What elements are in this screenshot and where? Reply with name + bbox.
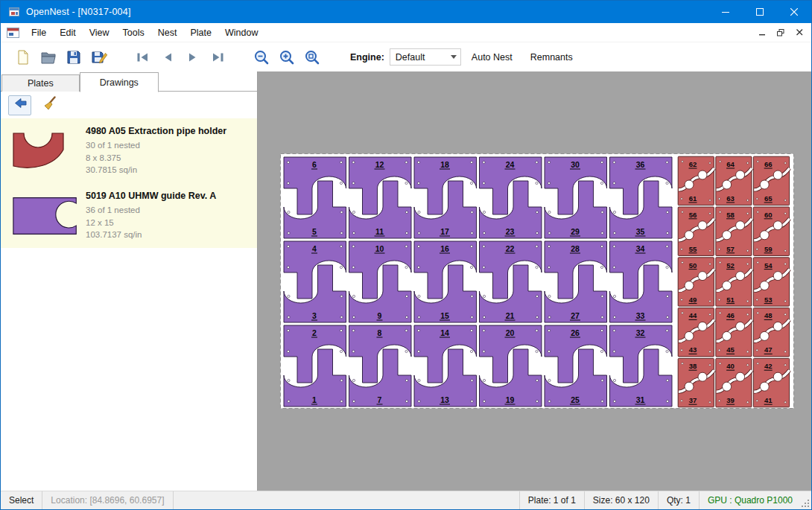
new-button[interactable]: [10, 45, 36, 69]
go-first-button[interactable]: [130, 45, 155, 69]
zoom-in-button[interactable]: [274, 45, 299, 69]
red-part-pair[interactable]: 5453: [753, 258, 789, 306]
nest-plate[interactable]: 6512111817242330293635431091615222128273…: [280, 153, 794, 409]
svg-text:18: 18: [440, 160, 449, 169]
window-controls: [708, 1, 811, 23]
svg-text:51: 51: [726, 296, 735, 304]
auto-nest-button[interactable]: Auto Nest: [464, 46, 520, 68]
menu-view[interactable]: View: [83, 23, 116, 42]
drawing-1-name: 4980 A05 Extraction pipe holder: [86, 126, 226, 136]
go-previous-button[interactable]: [155, 45, 180, 69]
svg-text:30: 30: [571, 160, 580, 169]
svg-text:63: 63: [726, 194, 735, 203]
svg-text:24: 24: [506, 160, 515, 169]
menu-file[interactable]: File: [25, 23, 53, 42]
menu-edit[interactable]: Edit: [53, 23, 83, 42]
nest-plate-svg: 6512111817242330293635431091615222128273…: [280, 153, 794, 409]
svg-text:32: 32: [636, 328, 645, 337]
drawing-1-size: 8 x 8.375: [86, 152, 226, 165]
status-size: Size: 60 x 120: [584, 491, 658, 509]
svg-text:29: 29: [571, 227, 580, 236]
svg-text:2: 2: [312, 328, 317, 337]
svg-text:52: 52: [726, 261, 735, 270]
engine-label: Engine:: [350, 52, 384, 63]
svg-text:6: 6: [312, 160, 317, 169]
red-part-pair[interactable]: 6463: [716, 156, 752, 205]
list-item-drawing-1[interactable]: 4980 A05 Extraction pipe holder 30 of 1 …: [1, 118, 257, 183]
svg-text:4: 4: [312, 244, 317, 253]
svg-text:11: 11: [375, 227, 384, 236]
tab-drawings[interactable]: Drawings: [80, 72, 159, 92]
zoom-out-button[interactable]: [249, 45, 274, 69]
svg-text:5: 5: [312, 227, 317, 236]
mdi-restore-button[interactable]: [773, 25, 789, 39]
red-part-pair[interactable]: 4443: [678, 308, 714, 357]
svg-text:15: 15: [440, 311, 449, 320]
red-part-pair[interactable]: 3837: [678, 358, 714, 407]
red-part-pair[interactable]: 6665: [753, 156, 789, 205]
list-item-drawing-2[interactable]: 5019 A10 UHMW guide Rev. A 36 of 1 neste…: [1, 183, 257, 248]
svg-text:39: 39: [726, 396, 735, 404]
resize-grip[interactable]: [801, 491, 811, 509]
mdi-minimize-button[interactable]: [754, 25, 770, 39]
red-part-pair[interactable]: 5655: [678, 207, 714, 255]
import-drawing-button[interactable]: [8, 95, 31, 115]
menubar: File Edit View Tools Nest Plate Window: [1, 23, 811, 42]
red-part-pair[interactable]: 4847: [753, 308, 789, 357]
status-mode: Select: [1, 491, 42, 509]
open-button[interactable]: [36, 45, 61, 69]
red-part-pair[interactable]: 4645: [716, 308, 752, 357]
menu-tools[interactable]: Tools: [116, 23, 151, 42]
close-button[interactable]: [777, 1, 811, 23]
red-part-pair[interactable]: 6261: [678, 156, 714, 205]
menu-plate[interactable]: Plate: [183, 23, 218, 42]
go-next-button[interactable]: [180, 45, 206, 69]
svg-text:60: 60: [764, 211, 773, 219]
toolbar: Engine: Default Auto Nest Remnants: [1, 42, 811, 71]
nest-canvas[interactable]: 6512111817242330293635431091615222128273…: [258, 71, 811, 491]
svg-text:42: 42: [764, 362, 773, 370]
svg-text:14: 14: [440, 328, 449, 337]
clean-button[interactable]: [38, 95, 61, 115]
drawing-1-thumbnail: [10, 124, 83, 178]
drawing-1-area: 30.7815 sq/in: [86, 164, 226, 176]
red-part-pair[interactable]: 6059: [753, 207, 789, 255]
import-arrow-icon: [12, 96, 28, 114]
red-part-pair[interactable]: 5251: [716, 258, 752, 306]
save-as-button[interactable]: [86, 45, 112, 69]
svg-text:58: 58: [726, 211, 735, 219]
zoom-fit-button[interactable]: [299, 45, 325, 69]
red-part-pair[interactable]: 5049: [678, 258, 714, 306]
panel-tabstrip: Plates Drawings: [1, 71, 257, 92]
menu-nest[interactable]: Nest: [151, 23, 184, 42]
status-plate: Plate: 1 of 1: [519, 491, 584, 509]
svg-text:12: 12: [375, 160, 384, 169]
window-title: OpenNest - [N0317-004]: [26, 7, 131, 17]
red-part-pair[interactable]: 5857: [716, 207, 752, 255]
remnants-button[interactable]: Remnants: [523, 46, 580, 68]
go-last-button[interactable]: [206, 45, 231, 69]
svg-text:50: 50: [689, 261, 697, 270]
svg-text:3: 3: [312, 311, 317, 320]
minimize-button[interactable]: [708, 1, 743, 23]
drawing-1-nested: 30 of 1 nested: [86, 139, 226, 152]
drawing-2-nested: 36 of 1 nested: [86, 204, 216, 217]
engine-dropdown[interactable]: Default: [390, 48, 461, 66]
tab-plates[interactable]: Plates: [1, 74, 80, 92]
svg-text:10: 10: [375, 244, 384, 253]
svg-text:41: 41: [764, 396, 773, 404]
svg-text:26: 26: [571, 328, 580, 337]
svg-text:48: 48: [764, 311, 773, 319]
menu-window[interactable]: Window: [218, 23, 264, 42]
svg-text:17: 17: [440, 227, 449, 236]
document-window-icon[interactable]: [7, 28, 19, 38]
red-part-pair[interactable]: 4241: [753, 358, 789, 407]
mdi-close-button[interactable]: [791, 25, 808, 39]
save-button[interactable]: [61, 45, 86, 69]
svg-text:25: 25: [571, 395, 580, 404]
red-part-pair[interactable]: 4039: [716, 358, 752, 407]
svg-text:45: 45: [726, 345, 735, 354]
maximize-button[interactable]: [743, 1, 777, 23]
status-gpu: GPU : Quadro P1000: [699, 491, 801, 509]
svg-text:53: 53: [764, 296, 773, 304]
